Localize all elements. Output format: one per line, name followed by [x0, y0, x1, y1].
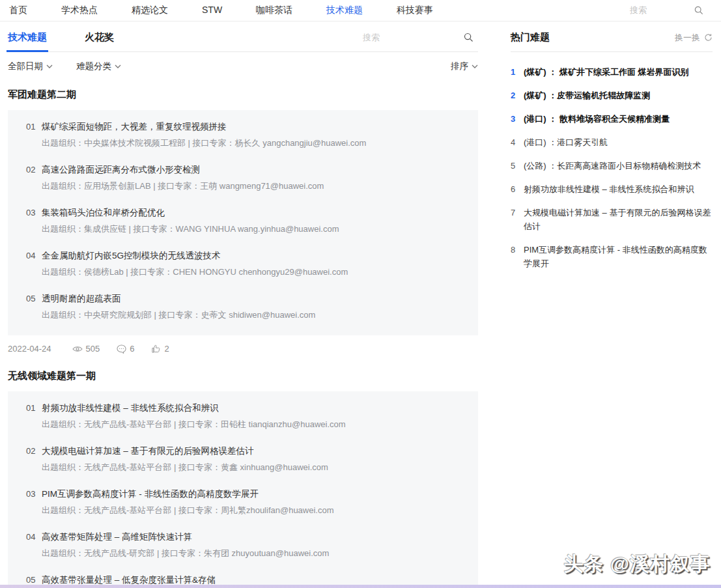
section-title[interactable]: 军团难题第二期	[8, 89, 478, 101]
problem-number: 04	[26, 249, 42, 278]
hot-item-5[interactable]: 5 (公路) ：长距离高速路面小目标物精确检测技术	[511, 159, 713, 173]
filter-category-label: 难题分类	[76, 61, 111, 72]
tab-tech-problems[interactable]: 技术难题	[8, 31, 47, 44]
toutiao-watermark: 头条 @溪村叙事	[563, 551, 711, 578]
hot-item-3[interactable]: 3 (港口) ： 散料堆场容积全天候精准测量	[511, 112, 713, 126]
problem-title[interactable]: 煤矿综采面短物距，大视差，重复纹理视频拼接	[42, 120, 366, 133]
problem-title[interactable]: 全金属助航灯内嵌5G控制模块的无线透波技术	[42, 249, 348, 262]
hot-text: 射频功放非线性建模 – 非线性系统拟合和辨识	[524, 182, 694, 196]
comments-stat[interactable]: 6	[117, 344, 134, 354]
hot-list: 1 (煤矿) ： 煤矿井下综采工作面 煤岩界面识别 2 (煤矿) ：皮带运输机托…	[511, 65, 713, 270]
chevron-down-icon	[46, 64, 53, 68]
tab-bar: 技术难题 火花奖 搜索	[8, 21, 478, 52]
sort-dropdown[interactable]: 排序	[451, 61, 478, 72]
hot-item-4[interactable]: 4 (港口) ：港口雾天引航	[511, 135, 713, 149]
top-nav-items: 首页 学术热点 精选论文 STW 咖啡茶话 技术难题 科技赛事	[9, 5, 433, 16]
problem-meta: 出题组织：应用场景创新LAB | 接口专家：王萌 wangmeng71@huaw…	[42, 180, 324, 192]
thumbs-up-icon	[151, 344, 161, 354]
views-count: 505	[86, 344, 100, 354]
problem-title[interactable]: 集装箱码头泊位和岸桥分配优化	[42, 206, 339, 219]
hot-item-2[interactable]: 2 (煤矿) ：皮带运输机托辊故障监测	[511, 89, 713, 102]
nav-item-academic[interactable]: 学术热点	[61, 5, 98, 16]
filter-date-label: 全部日期	[8, 61, 43, 72]
hot-item-1[interactable]: 1 (煤矿) ： 煤矿井下综采工作面 煤岩界面识别	[511, 65, 713, 79]
hot-item-8[interactable]: 8 PIM互调参数高精度计算 - 非线性函数的高精度数学展开	[511, 243, 713, 270]
problem-item: 02 高速公路路面远距离分布式微小形变检测 出题组织：应用场景创新LAB | 接…	[26, 163, 465, 192]
views-stat: 505	[72, 344, 100, 354]
problem-number: 02	[26, 445, 42, 473]
problem-item: 01 煤矿综采面短物距，大视差，重复纹理视频拼接 出题组织：中央媒体技术院视频工…	[26, 120, 465, 149]
chevron-down-icon	[472, 64, 478, 68]
filter-bar: 全部日期 难题分类 排序	[8, 61, 478, 72]
problem-item: 03 集装箱码头泊位和岸桥分配优化 出题组织：集成供应链 | 接口专家：WANG…	[26, 206, 465, 235]
hot-rank: 3	[511, 112, 524, 126]
hot-problems-panel: 热门难题 换一换 1 (煤矿) ： 煤矿井下综采工作面 煤岩界面识别 2 (煤矿…	[511, 21, 713, 588]
nav-item-coffee[interactable]: 咖啡茶话	[256, 5, 292, 16]
problem-number: 03	[26, 206, 42, 235]
nav-item-papers[interactable]: 精选论文	[132, 5, 168, 16]
problem-item: 01 射频功放非线性建模 – 非线性系统拟合和辨识 出题组织：无线产品线-基站平…	[26, 402, 465, 430]
problem-number: 05	[26, 292, 42, 321]
hot-text: 大规模电磁计算加速 – 基于有限元的后验网格误差估计	[524, 206, 713, 233]
hot-text: (港口) ：港口雾天引航	[524, 135, 608, 149]
refresh-button[interactable]: 换一换	[675, 32, 713, 44]
hot-rank: 1	[511, 65, 524, 79]
nav-item-home[interactable]: 首页	[9, 5, 27, 16]
filter-category-dropdown[interactable]: 难题分类	[76, 61, 121, 72]
search-icon[interactable]	[694, 5, 704, 16]
eye-icon	[72, 345, 83, 353]
hot-rank: 5	[511, 159, 524, 173]
hot-text: (煤矿) ： 煤矿井下综采工作面 煤岩界面识别	[524, 65, 689, 79]
hot-text: (港口) ： 散料堆场容积全天候精准测量	[524, 112, 670, 126]
problem-item: 03 PIM互调参数高精度计算 - 非线性函数的高精度数学展开 出题组织：无线产…	[26, 488, 465, 516]
problem-title[interactable]: 高速公路路面远距离分布式微小形变检测	[42, 163, 324, 176]
problem-item: 04 全金属助航灯内嵌5G控制模块的无线透波技术 出题组织：侯德榜Lab | 接…	[26, 249, 465, 278]
likes-stat[interactable]: 2	[151, 344, 169, 354]
problem-card: 01 射频功放非线性建模 – 非线性系统拟合和辨识 出题组织：无线产品线-基站平…	[8, 391, 478, 588]
nav-search[interactable]: 搜索	[630, 5, 712, 16]
problem-item: 05 透明耐磨的超疏表面 出题组织：中央研究院规划部 | 接口专家：史蒂文 sh…	[26, 292, 465, 321]
problem-title[interactable]: 透明耐磨的超疏表面	[42, 292, 315, 305]
hot-rank: 8	[511, 243, 524, 270]
problem-number: 02	[26, 163, 42, 192]
nav-item-problems[interactable]: 技术难题	[326, 5, 363, 16]
problem-title[interactable]: 高效基带矩阵处理 – 高维矩阵快速计算	[42, 531, 329, 544]
problem-meta: 出题组织：无线产品线-研究部 | 接口专家：朱有团 zhuyoutuan@hua…	[42, 548, 329, 559]
hot-item-7[interactable]: 7 大规模电磁计算加速 – 基于有限元的后验网格误差估计	[511, 206, 713, 233]
problem-number: 04	[26, 531, 42, 559]
post-date: 2022-04-24	[8, 344, 51, 354]
hot-rank: 4	[511, 135, 524, 149]
section-title[interactable]: 无线领域难题第一期	[8, 370, 478, 382]
section-wireless-batch1: 无线领域难题第一期 01 射频功放非线性建模 – 非线性系统拟合和辨识 出题组织…	[8, 370, 478, 588]
sort-label: 排序	[451, 61, 468, 72]
post-stats: 2022-04-24 505 6 2	[8, 344, 478, 354]
comment-icon	[117, 344, 126, 354]
tab-spark-award[interactable]: 火花奖	[85, 31, 114, 44]
problem-number: 01	[26, 120, 42, 149]
problem-meta: 出题组织：无线产品线-基站平台部 | 接口专家：黄鑫 xinhuang@huaw…	[42, 462, 328, 473]
filter-date-dropdown[interactable]: 全部日期	[8, 61, 53, 72]
problem-meta: 出题组织：无线产品线-基站平台部 | 接口专家：周礼繁zhoulifan@hua…	[42, 505, 334, 516]
hot-panel-title: 热门难题	[511, 31, 550, 44]
nav-item-contests[interactable]: 科技赛事	[397, 5, 433, 16]
top-nav: 首页 学术热点 精选论文 STW 咖啡茶话 技术难题 科技赛事 搜索	[0, 0, 721, 21]
list-search-input[interactable]: 搜索	[363, 32, 478, 44]
problem-meta: 出题组织：中央媒体技术院视频工程部 | 接口专家：杨长久 yangchangji…	[42, 137, 366, 149]
hot-rank: 7	[511, 206, 524, 233]
problem-meta: 出题组织：侯德榜Lab | 接口专家：CHEN HONGYU chenhongy…	[42, 266, 348, 278]
hot-item-6[interactable]: 6 射频功放非线性建模 – 非线性系统拟合和辨识	[511, 182, 713, 196]
hot-text: (公路) ：长距离高速路面小目标物精确检测技术	[524, 159, 701, 173]
problem-number: 01	[26, 402, 42, 430]
nav-item-stw[interactable]: STW	[202, 5, 222, 16]
main-column: 技术难题 火花奖 搜索 全部日期 难题分类 排序	[8, 21, 478, 588]
hot-text: PIM互调参数高精度计算 - 非线性函数的高精度数学展开	[524, 243, 713, 270]
hot-text: (煤矿) ：皮带运输机托辊故障监测	[524, 89, 650, 102]
hot-rank: 2	[511, 89, 524, 102]
refresh-label: 换一换	[675, 32, 700, 44]
problem-title[interactable]: 大规模电磁计算加速 – 基于有限元的后验网格误差估计	[42, 445, 328, 458]
problem-title[interactable]: PIM互调参数高精度计算 - 非线性函数的高精度数学展开	[42, 488, 334, 501]
problem-card: 01 煤矿综采面短物距，大视差，重复纹理视频拼接 出题组织：中央媒体技术院视频工…	[8, 110, 478, 335]
section-legion-batch2: 军团难题第二期 01 煤矿综采面短物距，大视差，重复纹理视频拼接 出题组织：中央…	[8, 89, 478, 354]
problem-title[interactable]: 射频功放非线性建模 – 非线性系统拟合和辨识	[42, 402, 346, 415]
search-icon[interactable]	[463, 32, 474, 43]
